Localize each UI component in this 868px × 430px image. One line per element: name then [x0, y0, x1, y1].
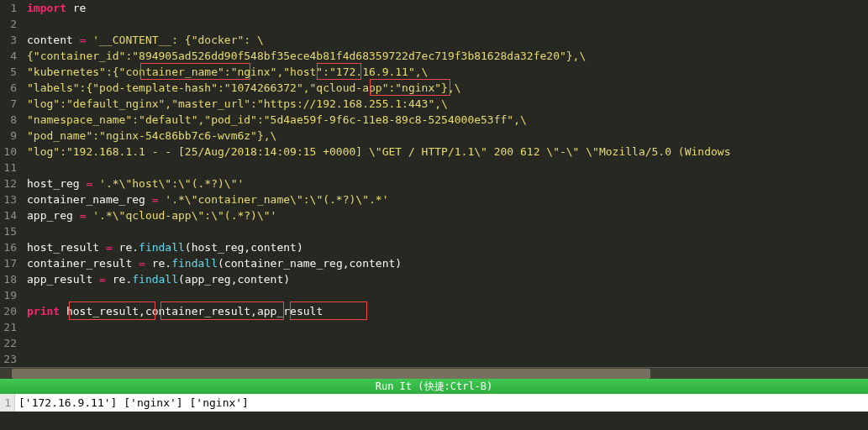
code-line	[27, 319, 868, 335]
code-line: "kubernetes":{"container_name":"nginx","…	[27, 64, 868, 80]
code-line: {"container_id":"894905ad526dd90f548bf35…	[27, 48, 868, 64]
code-line: content = '__CONTENT__: {"docker": \	[27, 32, 868, 48]
output-text: ['172.16.9.11'] ['nginx'] ['nginx']	[15, 394, 249, 412]
code-line: "log":"default_nginx","master_url":"http…	[27, 96, 868, 112]
horizontal-scrollbar[interactable]	[0, 367, 868, 379]
line-number-gutter: 1 2 3 4 5 6 7 8 9 10 11 12 13 14 15 16 1…	[0, 0, 24, 367]
output-line-number: 1	[0, 394, 15, 412]
code-area[interactable]: import re content = '__CONTENT__: {"dock…	[24, 0, 868, 367]
scrollbar-thumb[interactable]	[12, 369, 650, 379]
code-line: host_result = re.findall(host_reg,conten…	[27, 239, 868, 255]
code-line: app_reg = '.*\"qcloud-app\":\"(.*?)\"'	[27, 207, 868, 223]
code-line	[27, 160, 868, 176]
code-line: "pod_name":"nginx-54c86bb7c6-wvm6z"},\	[27, 128, 868, 144]
code-line: "namespace_name":"default","pod_id":"5d4…	[27, 112, 868, 128]
code-line	[27, 335, 868, 351]
code-line: print host_result,container_result,app_r…	[27, 303, 868, 319]
code-line: "log":"192.168.1.1 - - [25/Aug/2018:14:0…	[27, 144, 868, 160]
code-line	[27, 16, 868, 32]
code-line: app_result = re.findall(app_reg,content)	[27, 271, 868, 287]
output-panel: 1 ['172.16.9.11'] ['nginx'] ['nginx']	[0, 394, 868, 412]
code-line	[27, 223, 868, 239]
code-line: import re	[27, 0, 868, 16]
code-line: "labels":{"pod-template-hash":"107426637…	[27, 80, 868, 96]
code-line: container_name_reg = '.*\"container_name…	[27, 191, 868, 207]
run-button[interactable]: Run It (快捷:Ctrl-B)	[0, 379, 868, 394]
code-editor[interactable]: 1 2 3 4 5 6 7 8 9 10 11 12 13 14 15 16 1…	[0, 0, 868, 367]
code-line	[27, 351, 868, 367]
code-line: container_result = re.findall(container_…	[27, 255, 868, 271]
code-line	[27, 287, 868, 303]
code-line: host_reg = '.*\"host\":\"(.*?)\"'	[27, 176, 868, 191]
